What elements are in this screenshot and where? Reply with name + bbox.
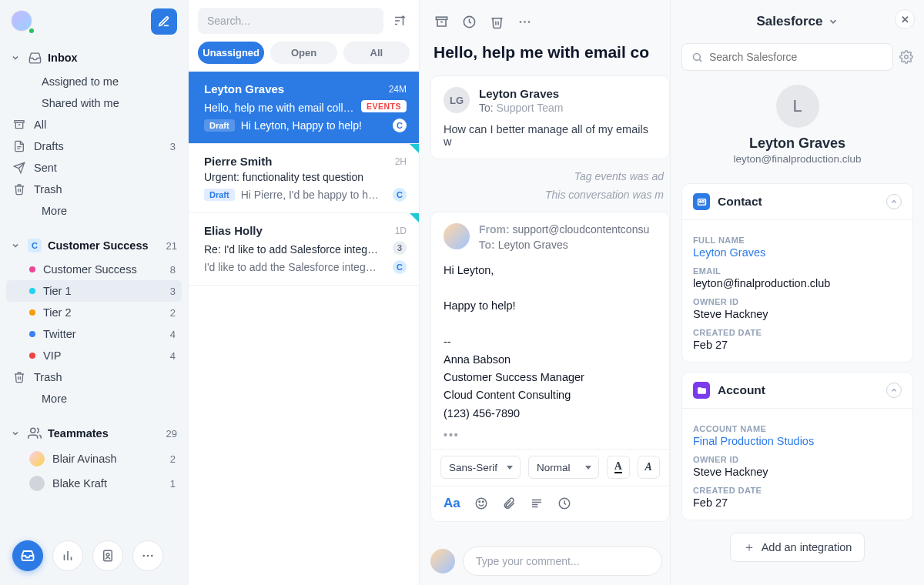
- compose-body[interactable]: Hi Leyton, Happy to help! -- Anna Babson…: [431, 251, 669, 429]
- analytics-tab-button[interactable]: [52, 540, 83, 571]
- nav-assigned-label: Assigned to me: [42, 75, 119, 88]
- archive-icon: [12, 119, 26, 131]
- more-tab-button[interactable]: [132, 540, 163, 571]
- plus-icon: ＋: [743, 540, 755, 556]
- formatting-toggle-button[interactable]: Aa: [444, 496, 460, 511]
- nav-drafts[interactable]: Drafts 3: [6, 135, 182, 157]
- canned-response-button[interactable]: [530, 496, 544, 510]
- inbox-header[interactable]: Inbox: [6, 45, 182, 71]
- contact-card-header[interactable]: Contact: [682, 184, 912, 219]
- svg-point-22: [476, 498, 487, 509]
- conversation-name: Pierre Smith: [204, 155, 272, 168]
- cs-item-twitter[interactable]: Twitter4: [6, 323, 182, 345]
- inbox-icon: [28, 51, 42, 65]
- conversation-scroll[interactable]: Leyton Graves24M Hello, help me with ema…: [189, 72, 419, 286]
- conversation-list-top: Unassigned Open All: [189, 0, 419, 72]
- conversation-search-input[interactable]: [198, 8, 383, 34]
- account-card-header[interactable]: Account: [682, 373, 912, 408]
- trimmed-content-toggle[interactable]: •••: [431, 429, 669, 449]
- tab-all[interactable]: All: [343, 42, 410, 64]
- compose-format-toolbar: Sans-Serif Normal A A: [431, 449, 669, 486]
- cs-item-tier2[interactable]: Tier 22: [6, 302, 182, 323]
- cs-item-vip[interactable]: VIP4: [6, 345, 182, 366]
- to-label: To:: [479, 239, 495, 251]
- field-label: OWNER ID: [693, 297, 902, 306]
- sort-button[interactable]: [390, 11, 410, 31]
- nav-assigned[interactable]: Assigned to me: [6, 71, 182, 92]
- svg-point-32: [905, 55, 909, 59]
- message-card[interactable]: LG Leyton Graves To: Support Team How ca…: [430, 75, 670, 159]
- conversation-name: Leyton Graves: [204, 82, 284, 95]
- tab-unassigned[interactable]: Unassigned: [198, 42, 264, 64]
- cs-item-tier1[interactable]: Tier 13: [6, 280, 182, 302]
- archive-button[interactable]: [434, 14, 449, 29]
- nav-shared[interactable]: Shared with me: [6, 92, 182, 114]
- tab-open[interactable]: Open: [270, 42, 336, 64]
- sf-search-input[interactable]: [709, 51, 883, 63]
- schedule-button[interactable]: [557, 496, 571, 510]
- message-body: How can I better manage all of my emails…: [444, 123, 657, 148]
- trash-icon: [12, 183, 26, 196]
- field-value: leyton@finalproduction.club: [693, 277, 902, 289]
- panel-settings-button[interactable]: [899, 50, 913, 64]
- compose-icon: [158, 15, 170, 28]
- to-value: Support Team: [497, 102, 564, 114]
- cs-trash[interactable]: Trash: [6, 366, 182, 388]
- nav-sent[interactable]: Sent: [6, 157, 182, 179]
- delete-button[interactable]: [489, 14, 504, 29]
- collapse-button[interactable]: [886, 383, 902, 398]
- teammates-header[interactable]: Teammates 29: [6, 420, 182, 446]
- nav-all[interactable]: All: [6, 114, 182, 135]
- font-family-select[interactable]: Sans-Serif: [440, 456, 521, 479]
- conversation-item[interactable]: Leyton Graves24M Hello, help me with ema…: [189, 72, 419, 144]
- trash-icon: [12, 371, 26, 383]
- close-panel-button[interactable]: ✕: [895, 9, 915, 29]
- teammate-item[interactable]: Blair Avinash2: [6, 446, 182, 471]
- compose-draft-card: From: support@cloudcontentconsu To: Leyt…: [430, 212, 670, 522]
- cs-item-label: Tier 1: [43, 285, 72, 297]
- conversation-time: 1D: [395, 226, 407, 236]
- field-label: ACCOUNT NAME: [693, 424, 902, 433]
- nav-inbox-more[interactable]: More: [6, 200, 182, 222]
- comment-input[interactable]: [463, 547, 662, 576]
- field-label: EMAIL: [693, 266, 902, 276]
- sf-search-input-wrap[interactable]: [681, 43, 893, 71]
- cs-header-label: Customer Success: [48, 239, 149, 252]
- comment-composer: [420, 537, 670, 585]
- nav-trash-label: Trash: [34, 183, 62, 196]
- cs-item-label: Customer Success: [43, 263, 137, 276]
- emoji-button[interactable]: [474, 496, 488, 510]
- nav-shared-label: Shared with me: [42, 97, 119, 109]
- integration-panel: Salesforce ✕ L Leyton Graves leyton@fina…: [670, 0, 924, 585]
- teammate-item[interactable]: Blake Kraft1: [6, 471, 182, 496]
- text-color-button[interactable]: A: [607, 456, 630, 479]
- from-value: support@cloudcontentconsu: [513, 223, 650, 236]
- svg-point-11: [142, 555, 145, 557]
- field-value-link[interactable]: Final Production Studios: [693, 435, 902, 447]
- panel-title: Salesforce: [757, 14, 823, 29]
- teammate-count: 1: [170, 478, 176, 490]
- attachment-button[interactable]: [502, 496, 516, 510]
- font-size-select[interactable]: Normal: [528, 456, 599, 479]
- conversation-item[interactable]: Pierre Smith2H Urgent: functionality tes…: [189, 144, 419, 213]
- field-value-link[interactable]: Leyton Graves: [693, 246, 902, 259]
- trash-icon: [490, 15, 504, 29]
- cs-more[interactable]: More: [6, 388, 182, 410]
- conversation-item[interactable]: Elias Holly1D Re: I'd like to add Salesf…: [189, 213, 419, 286]
- contacts-tab-button[interactable]: [92, 540, 123, 571]
- italic-button[interactable]: A: [638, 456, 661, 479]
- collapse-button[interactable]: [886, 194, 902, 209]
- cs-item-count: 4: [170, 350, 176, 362]
- chevron-down-icon: [828, 16, 839, 27]
- user-avatar[interactable]: [11, 10, 34, 33]
- snooze-button[interactable]: [461, 14, 477, 29]
- compose-button[interactable]: [151, 8, 177, 35]
- cs-header[interactable]: C Customer Success 21: [6, 232, 182, 259]
- conversation-preview: Hi Pierre, I'd be happy to h…: [241, 189, 379, 201]
- panel-header[interactable]: Salesforce ✕: [671, 0, 924, 43]
- more-actions-button[interactable]: [517, 14, 532, 29]
- add-integration-button[interactable]: ＋ Add an integration: [730, 533, 865, 562]
- cs-item-customer-success[interactable]: Customer Success8: [6, 259, 182, 280]
- inbox-tab-button[interactable]: [12, 540, 43, 571]
- nav-trash[interactable]: Trash: [6, 179, 182, 200]
